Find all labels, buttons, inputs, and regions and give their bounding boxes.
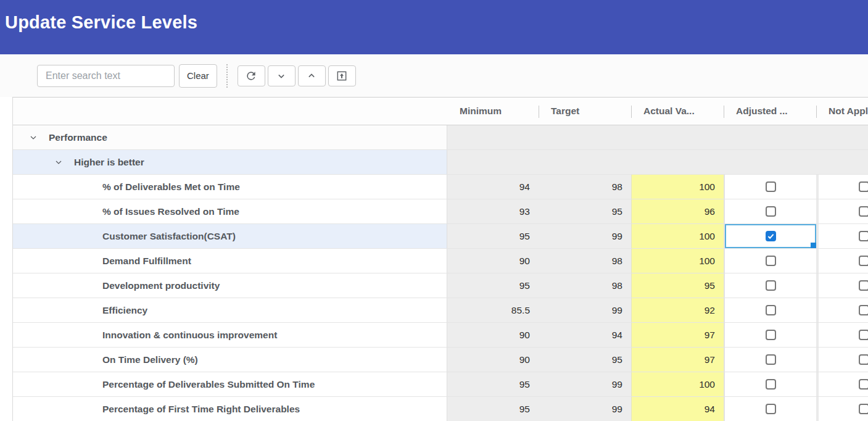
not-applicable-cell[interactable]: [816, 199, 868, 223]
target-cell[interactable]: 98: [539, 273, 631, 298]
target-cell[interactable]: 99: [539, 397, 631, 421]
actual-value-cell[interactable]: 94: [631, 397, 724, 421]
not-applicable-checkbox[interactable]: [859, 404, 868, 414]
table-row: Efficiency 85.5 99 92: [13, 298, 868, 323]
actual-value-cell[interactable]: 100: [631, 249, 724, 273]
minimum-cell[interactable]: 93: [447, 199, 539, 223]
target-cell[interactable]: 99: [539, 372, 631, 396]
adjusted-cell[interactable]: [724, 273, 816, 298]
actual-value-cell[interactable]: 100: [631, 372, 724, 396]
adjusted-checkbox[interactable]: [766, 181, 776, 192]
minimum-cell[interactable]: 95: [447, 372, 539, 396]
not-applicable-checkbox[interactable]: [859, 280, 868, 291]
row-label-cell[interactable]: % of Deliverables Met on Time: [13, 175, 447, 199]
minimum-cell[interactable]: 95: [447, 397, 539, 421]
row-label-cell[interactable]: Percentage of Deliverables Submitted On …: [13, 372, 447, 396]
not-applicable-cell[interactable]: [816, 348, 868, 372]
not-applicable-checkbox[interactable]: [859, 181, 868, 192]
column-header-minimum[interactable]: Minimum: [447, 98, 539, 125]
adjusted-cell[interactable]: [724, 298, 816, 322]
actual-value-cell[interactable]: 97: [631, 348, 724, 372]
adjusted-checkbox[interactable]: [766, 231, 776, 241]
not-applicable-checkbox[interactable]: [859, 206, 868, 217]
actual-value-cell[interactable]: 95: [631, 273, 724, 298]
column-header-adjusted[interactable]: Adjusted ...: [724, 98, 816, 125]
target-cell[interactable]: 95: [539, 348, 631, 372]
actual-value-cell[interactable]: 96: [631, 199, 724, 223]
minimum-cell[interactable]: 85.5: [447, 298, 539, 322]
adjusted-cell[interactable]: [724, 323, 816, 347]
row-label: Innovation & continuous improvement: [13, 330, 277, 341]
target-cell[interactable]: 94: [539, 323, 631, 347]
target-cell[interactable]: 98: [539, 175, 631, 199]
minimum-cell[interactable]: 95: [447, 273, 539, 298]
expand-all-button[interactable]: [298, 65, 326, 86]
row-label: Customer Satisfaction(CSAT): [13, 231, 236, 242]
target-cell[interactable]: 95: [539, 199, 631, 223]
target-cell[interactable]: 99: [539, 224, 631, 248]
clear-button[interactable]: Clear: [179, 64, 217, 88]
adjusted-cell[interactable]: [724, 224, 816, 248]
adjusted-cell[interactable]: [724, 372, 816, 396]
adjusted-checkbox[interactable]: [766, 379, 776, 390]
actual-value-cell[interactable]: 100: [631, 175, 724, 199]
adjusted-checkbox[interactable]: [766, 206, 776, 217]
actual-value-cell[interactable]: 92: [631, 298, 724, 322]
chevron-down-icon[interactable]: [28, 133, 38, 143]
adjusted-checkbox[interactable]: [766, 305, 776, 315]
row-label-cell[interactable]: Innovation & continuous improvement: [13, 323, 447, 347]
collapse-all-button[interactable]: [268, 65, 296, 86]
row-label-cell[interactable]: Percentage of First Time Right Deliverab…: [13, 397, 447, 421]
table-row: On Time Delivery (%) 90 95 97: [13, 348, 868, 372]
minimum-cell[interactable]: 90: [447, 249, 539, 273]
chevron-down-icon[interactable]: [54, 157, 64, 167]
adjusted-cell[interactable]: [724, 249, 816, 273]
export-button[interactable]: [328, 65, 356, 86]
not-applicable-cell[interactable]: [816, 397, 868, 421]
search-input[interactable]: [37, 65, 175, 87]
not-applicable-cell[interactable]: [816, 323, 868, 347]
group-label-cell[interactable]: Higher is better: [13, 150, 447, 174]
minimum-cell[interactable]: 95: [447, 224, 539, 248]
row-label-cell[interactable]: Efficiency: [13, 298, 447, 322]
actual-value-cell[interactable]: 100: [631, 224, 724, 248]
adjusted-cell[interactable]: [724, 397, 816, 421]
not-applicable-checkbox[interactable]: [859, 354, 868, 365]
row-label-cell[interactable]: Customer Satisfaction(CSAT): [13, 224, 447, 248]
adjusted-cell[interactable]: [724, 175, 816, 199]
adjusted-checkbox[interactable]: [766, 330, 776, 340]
minimum-cell[interactable]: 90: [447, 348, 539, 372]
not-applicable-checkbox[interactable]: [859, 330, 868, 340]
not-applicable-checkbox[interactable]: [859, 305, 868, 315]
adjusted-checkbox[interactable]: [766, 256, 776, 266]
column-header-actual-value[interactable]: Actual Va...: [631, 98, 724, 125]
not-applicable-checkbox[interactable]: [859, 379, 868, 390]
not-applicable-cell[interactable]: [816, 224, 868, 248]
minimum-cell[interactable]: 94: [447, 175, 539, 199]
row-label-cell[interactable]: Demand Fulfillment: [13, 249, 447, 273]
column-header-target[interactable]: Target: [539, 98, 631, 125]
adjusted-checkbox[interactable]: [766, 280, 776, 291]
group-row: Higher is better: [13, 150, 868, 175]
adjusted-cell[interactable]: [724, 199, 816, 223]
target-cell[interactable]: 99: [539, 298, 631, 322]
actual-value-cell[interactable]: 97: [631, 323, 724, 347]
adjusted-checkbox[interactable]: [766, 354, 776, 365]
column-header-not-applicable[interactable]: Not Applicable: [816, 98, 868, 125]
row-label-cell[interactable]: % of Issues Resolved on Time: [13, 199, 447, 223]
target-cell[interactable]: 98: [539, 249, 631, 273]
adjusted-cell[interactable]: [724, 348, 816, 372]
row-label-cell[interactable]: Development productivity: [13, 273, 447, 298]
row-label-cell[interactable]: On Time Delivery (%): [13, 348, 447, 372]
adjusted-checkbox[interactable]: [766, 404, 776, 414]
group-label-cell[interactable]: Performance: [13, 125, 447, 149]
not-applicable-cell[interactable]: [816, 175, 868, 199]
not-applicable-cell[interactable]: [816, 273, 868, 298]
not-applicable-checkbox[interactable]: [859, 256, 868, 266]
not-applicable-checkbox[interactable]: [859, 231, 868, 241]
not-applicable-cell[interactable]: [816, 249, 868, 273]
minimum-cell[interactable]: 90: [447, 323, 539, 347]
refresh-button[interactable]: [238, 65, 265, 86]
not-applicable-cell[interactable]: [816, 372, 868, 396]
not-applicable-cell[interactable]: [816, 298, 868, 322]
